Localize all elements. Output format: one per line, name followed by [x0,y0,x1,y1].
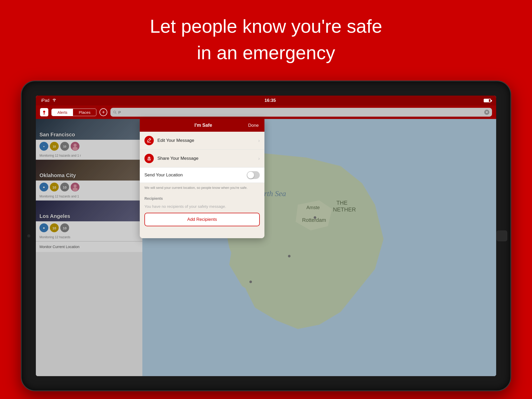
ipad-device: iPad 16:35 [21,81,511,391]
share-message-label: Share Your Message [157,156,258,161]
svg-line-36 [149,139,150,140]
edit-message-row[interactable]: Edit Your Message › [140,132,264,150]
add-recipients-button[interactable]: Add Recipients [144,213,260,226]
status-time: 16:35 [264,98,276,103]
wifi-icon [52,98,57,103]
search-bar[interactable]: P ✕ [110,108,492,117]
app-logo [40,108,48,116]
device-label: iPad [41,98,49,103]
status-left: iPad [41,98,57,103]
search-value: P [118,110,121,115]
share-message-chevron: › [258,156,260,161]
modal-header: I'm Safe Done [140,119,264,132]
content-area: San Francisco ● 10 [36,119,496,376]
location-note: We will send your current location, so p… [140,183,264,194]
share-message-row[interactable]: Share Your Message › [140,150,264,168]
svg-point-1 [114,111,116,113]
ipad-screen: iPad 16:35 [36,96,496,376]
nav-tabs: Alerts Places [51,109,96,116]
svg-point-0 [43,111,45,113]
modal-title: I'm Safe [195,123,212,128]
toggle-knob [247,172,254,178]
header-line2: in an emergency [0,42,532,63]
recipients-header: Recipients [140,194,264,202]
header-section: Let people know you're safe in an emerge… [0,16,532,63]
status-right [484,99,491,102]
tab-places[interactable]: Places [73,109,96,116]
edit-message-chevron: › [258,138,260,143]
modal-dialog: I'm Safe Done Edit Your Message [140,119,264,238]
nav-bar: Alerts Places + P ✕ [36,105,496,119]
modal-overlay: I'm Safe Done Edit Your Message [36,119,496,376]
add-button[interactable]: + [99,108,107,116]
modal-done-button[interactable]: Done [248,123,259,128]
edit-message-label: Edit Your Message [157,138,258,143]
send-location-row: Send Your Location [140,168,264,183]
search-clear-button[interactable]: ✕ [484,110,489,115]
edit-message-icon [144,136,154,145]
share-message-icon [144,154,154,163]
home-button[interactable] [496,230,507,241]
svg-line-2 [115,113,116,114]
status-bar: iPad 16:35 [36,96,496,105]
header-line1: Let people know you're safe [0,16,532,37]
location-toggle[interactable] [247,171,260,179]
camera-icon [27,234,30,237]
tab-alerts[interactable]: Alerts [52,109,73,116]
battery-icon [484,99,491,102]
send-location-label: Send Your Location [144,172,247,178]
no-recipients-text: You have no recipients of your safety me… [140,202,264,213]
